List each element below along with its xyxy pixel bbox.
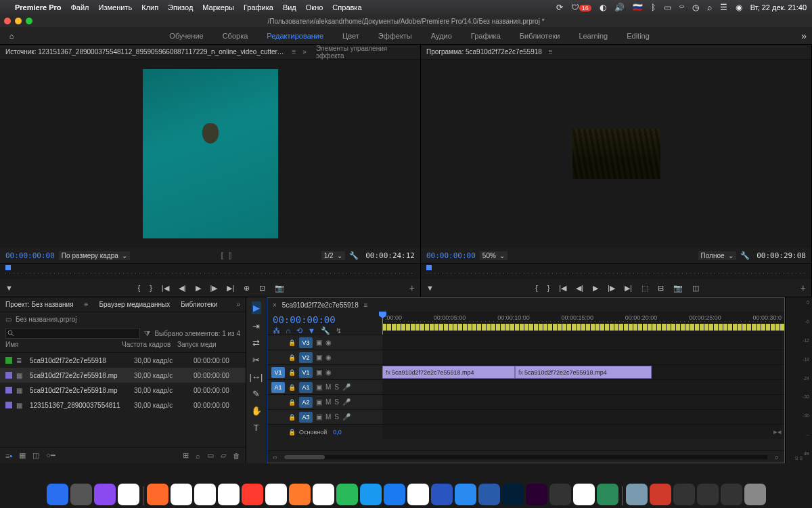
zoom-out-icon[interactable]: ○	[273, 453, 277, 461]
workspace-tab[interactable]: Графика	[471, 32, 501, 40]
track-lane[interactable]	[382, 335, 784, 350]
panel-menu-icon[interactable]: ≡	[549, 48, 553, 56]
sync-icon[interactable]: ⟳	[556, 3, 563, 12]
bluetooth-icon[interactable]: ᛒ	[651, 3, 656, 12]
dock-app[interactable]	[650, 484, 671, 505]
workspace-tab[interactable]: Обучение	[169, 32, 203, 40]
resolution-dropdown[interactable]: 1/2 ⌄	[321, 251, 345, 260]
dock-app[interactable]	[673, 484, 695, 505]
project-item[interactable]: ▦123151367_2890003755481130,00 кадр/с00:…	[0, 398, 246, 412]
toggle-sync-icon[interactable]: ◉	[325, 368, 332, 376]
workspace-tab[interactable]: Learning	[579, 32, 608, 40]
source-patch[interactable]: A1	[271, 382, 285, 393]
dock-app[interactable]	[289, 484, 311, 505]
timeline-clip[interactable]: fx5ca910d2f72e2c7e55918.mp4	[382, 366, 515, 379]
workspace-tab[interactable]: Сборка	[223, 32, 248, 40]
voiceover-icon[interactable]: 🎤	[342, 383, 351, 391]
project-item[interactable]: ≣5ca910d2f72e2c7e5591830,00 кадр/с00:00:…	[0, 353, 246, 368]
marker-icon[interactable]: ▼	[426, 284, 434, 292]
col-start[interactable]: Запуск меди	[177, 341, 240, 352]
mute-icon[interactable]: M	[325, 413, 331, 421]
track-target[interactable]: A2	[299, 397, 313, 408]
dock-app[interactable]	[502, 484, 524, 505]
audio-track[interactable]: A1🔒A1▣MS🎤	[267, 379, 784, 394]
dock-app[interactable]	[455, 484, 476, 505]
clock-icon[interactable]: ◷	[692, 3, 699, 12]
voiceover-icon[interactable]: 🎤	[342, 413, 351, 421]
source-tab-title[interactable]: Источник: 123151367_289000375548112_8959…	[5, 48, 285, 56]
dock-app[interactable]	[242, 484, 263, 505]
fx-badge-icon[interactable]: fx	[518, 369, 523, 376]
zoom-in-icon[interactable]: ○	[774, 453, 779, 461]
menu-item[interactable]: Клип	[141, 3, 158, 12]
menu-item[interactable]: Изменить	[99, 3, 133, 12]
dock-app[interactable]	[549, 484, 571, 505]
battery-icon[interactable]: ▭	[664, 3, 671, 12]
insert-icon[interactable]: ⊕	[244, 284, 250, 293]
traffic-lights[interactable]	[4, 18, 32, 24]
dock-app[interactable]	[407, 484, 429, 505]
toggle-sync-icon[interactable]: ◉	[325, 339, 332, 346]
datetime[interactable]: Вт, 22 дек. 21:40	[750, 3, 807, 12]
source-ruler[interactable]	[0, 263, 420, 279]
step-back-icon[interactable]: ◀|	[179, 284, 186, 293]
dock-app[interactable]	[526, 484, 547, 505]
display-icon[interactable]: ◐	[600, 3, 606, 12]
program-ruler[interactable]	[421, 263, 811, 279]
type-tool-icon[interactable]: T	[254, 423, 259, 433]
goto-out-icon[interactable]: ▶|	[227, 284, 234, 293]
flag-icon[interactable]: 🇷🇺	[633, 3, 643, 12]
icon-view-icon[interactable]: ▦	[19, 451, 26, 460]
lock-icon[interactable]: 🔒	[288, 354, 296, 361]
solo-icon[interactable]: S	[334, 383, 339, 391]
menu-item[interactable]: Графика	[244, 3, 273, 12]
toggle-output-icon[interactable]: ▣	[316, 368, 322, 376]
new-bin-icon[interactable]: ▭	[207, 451, 214, 460]
zoom-slider[interactable]: ○━	[46, 451, 55, 460]
dock-app[interactable]	[265, 484, 287, 505]
toggle-sync-icon[interactable]: ◉	[325, 354, 332, 361]
libraries-tab[interactable]: Библиотеки	[181, 301, 217, 308]
track-target[interactable]: V1	[299, 367, 313, 378]
master-value[interactable]: 0,0	[333, 429, 342, 436]
dock-app[interactable]	[360, 484, 382, 505]
export-frame-icon[interactable]: 📷	[275, 284, 284, 293]
resolution-dropdown[interactable]: Полное ⌄	[698, 251, 737, 260]
menu-item[interactable]: Файл	[70, 3, 89, 12]
workspace-tab[interactable]: Эффекты	[378, 32, 412, 40]
menu-item[interactable]: Эпизод	[168, 3, 193, 12]
goto-in-icon[interactable]: |◀	[162, 284, 169, 293]
track-lane[interactable]	[382, 380, 784, 394]
timeline-ruler[interactable]: :00:0000:00:05:0000:00:10:0000:00:15:000…	[382, 312, 784, 335]
collapse-icon[interactable]: ▸◂	[773, 427, 782, 436]
play-icon[interactable]: ▶	[593, 284, 598, 293]
video-track[interactable]: V1🔒V1▣◉fx5ca910d2f72e2c7e55918.mp4fx5ca9…	[267, 364, 784, 379]
bracket-in-icon[interactable]: ⟦	[221, 251, 224, 260]
dock-app[interactable]	[626, 484, 648, 505]
pen-tool-icon[interactable]: ✎	[252, 389, 260, 399]
mute-icon[interactable]: M	[325, 398, 331, 406]
goto-in-icon[interactable]: |◀	[559, 284, 566, 293]
audio-track[interactable]: 🔒A2▣MS🎤	[267, 394, 784, 409]
label-swatch[interactable]	[5, 357, 12, 364]
workspace-tab[interactable]: Библиотеки	[520, 32, 560, 40]
lock-icon[interactable]: 🔒	[288, 414, 296, 421]
project-item[interactable]: ▦5ca910d2f72e2c7e55918.mp30,00 кадр/с00:…	[0, 368, 246, 383]
track-target[interactable]: V2	[299, 352, 313, 363]
close-icon[interactable]: ×	[273, 301, 277, 309]
dock-app[interactable]	[118, 484, 139, 505]
program-tab-title[interactable]: Программа: 5ca910d2f72e2c7e55918	[426, 48, 542, 56]
funnel-icon[interactable]: ⧩	[144, 329, 150, 338]
selection-tool-icon[interactable]: ▶	[252, 301, 261, 314]
wifi-icon[interactable]: ⌔	[679, 3, 684, 12]
dock-app[interactable]	[218, 484, 240, 505]
panel-menu-icon[interactable]: ≡	[292, 48, 296, 56]
dock-app[interactable]	[147, 484, 168, 505]
marker-icon[interactable]: ▼	[5, 284, 13, 292]
dock-app[interactable]	[384, 484, 405, 505]
bracket-out-icon[interactable]: ⟧	[228, 251, 231, 260]
track-target[interactable]: A1	[299, 382, 313, 393]
effect-controls-tab[interactable]: Элементы управления эффекта	[316, 45, 415, 60]
workspace-tab[interactable]: Аудио	[431, 32, 452, 40]
mark-out-icon[interactable]: }	[547, 284, 550, 292]
